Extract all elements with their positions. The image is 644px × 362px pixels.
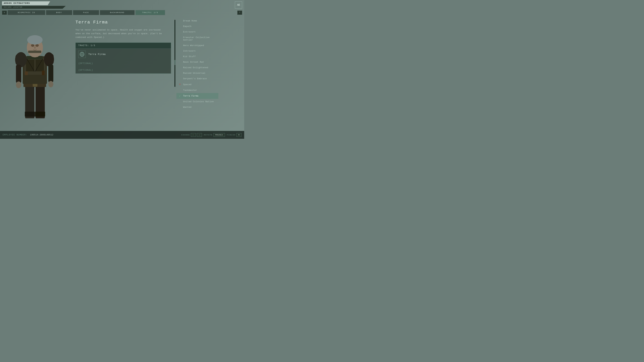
trait-list-item[interactable]: Raised Enlightened [176,65,218,70]
rotate-action: ROTATE MOUSE2 [204,133,225,137]
trait-list-item[interactable]: Extrovert [176,29,218,35]
svg-rect-9 [36,60,44,71]
trait-list-item-label: Extrovert [183,31,196,33]
trait-list-item[interactable]: Serpent's Embrace [176,76,218,81]
trait-list-item-label: Dream Home [183,19,197,22]
traits-list-panel: Dream HomeEmpathExtrovertFreestar Collec… [176,16,220,128]
trait-list-item-label: Hero Worshipped [183,44,204,47]
scroll-thumb [174,60,175,65]
trait-list-item-label: Raised Enlightened [183,66,208,69]
trait-slot-3-placeholder: {OPTIONAL} [78,69,93,71]
trait-list-item-label: Terra Firma [183,95,198,97]
trait-list-item-label: Freestar Collective Settler [183,36,216,41]
selected-trait-description: You've never acclimated to space. Health… [76,28,163,39]
info-panel: Terra Firma You've never acclimated to s… [70,16,174,128]
selected-trait-title: Terra Firma [76,20,171,25]
trait-slot-1-name: Terra Firma [88,53,106,56]
app-title: ARGOS EXTRACTORS [2,1,50,5]
tab-face[interactable]: FACE [73,10,99,15]
ae-logo: AE [235,1,242,9]
change-action: CHANGE ← → [181,133,202,137]
scroll-area [174,16,176,128]
change-key-left[interactable]: ← [191,133,196,137]
nav-right-button[interactable]: T [237,10,242,15]
record-locator: RECORD LOCATOR [2,6,66,9]
trait-slot-2[interactable]: {OPTIONAL} [76,60,171,67]
svg-point-23 [34,46,36,49]
trait-list-item[interactable]: Neon Street Rat [176,59,218,65]
trait-list-item-label: Raised Universal [183,72,206,74]
trait-list-item[interactable]: Taskmaster [176,87,218,93]
rotate-key[interactable]: MOUSE2 [214,133,225,137]
tab-background[interactable]: BACKGROUND [100,10,135,15]
svg-rect-2 [25,112,35,117]
svg-point-18 [48,81,53,87]
trait-list-item[interactable]: Empath [176,24,218,29]
trait-list-item[interactable]: Dream Home [176,18,218,24]
employee-label: EMPLOYEE NUMBER: [3,134,27,136]
trait-list-item[interactable]: Introvert [176,48,218,54]
trait-list-item[interactable]: Wanted [176,104,218,110]
trait-list-item-label: Introvert [183,50,196,52]
svg-rect-3 [35,112,45,117]
svg-rect-25 [28,51,41,53]
tab-traits[interactable]: TRAITS: 1/3 [135,10,165,15]
scroll-track[interactable] [174,20,176,87]
traits-list: Dream HomeEmpathExtrovertFreestar Collec… [176,18,218,128]
trait-list-item-label: Taskmaster [183,89,197,91]
bottom-bar: EMPLOYEE NUMBER: 190514-2009140512 CHANG… [0,131,244,139]
traits-slots-header: TRAITS: 1/3 [76,43,171,49]
character-figure [7,34,64,122]
trait-list-item-label: United Colonies Native [183,100,214,103]
svg-rect-26 [25,71,28,75]
character-area [0,16,70,128]
svg-point-24 [27,35,42,44]
svg-point-14 [16,81,21,88]
nav-tabs: 0 BIOMETRIC ID BODY FACE BACKGROUND TRAI… [0,9,244,16]
trait-slot-1[interactable]: Terra Firma [76,49,171,60]
trait-list-item-label: Spaced [183,83,192,86]
traits-slots-panel: TRAITS: 1/3 Terra Firma {OPTIONAL} [76,42,171,73]
trait-list-item[interactable]: Freestar Collective Settler [176,35,218,43]
trait-list-item[interactable]: Terra Firma [176,93,218,99]
svg-rect-16 [46,53,54,65]
finish-label: FINISH [227,134,236,136]
svg-rect-13 [16,65,21,83]
trait-list-item-label: Kid Stuff [183,55,196,58]
bottom-right-actions: CHANGE ← → ROTATE MOUSE2 FINISH R [181,133,242,137]
trait-slot-2-placeholder: {OPTIONAL} [78,62,93,65]
finish-action: FINISH R [227,133,242,137]
trait-slot-1-icon [78,51,86,58]
svg-rect-17 [48,64,53,82]
tab-body[interactable]: BODY [46,10,72,15]
trait-slot-3[interactable]: {OPTIONAL} [76,67,171,73]
trait-list-item-label: Serpent's Embrace [183,77,207,80]
change-key-right[interactable]: → [197,133,202,137]
svg-rect-27 [42,70,44,75]
trait-list-item-label: Wanted [183,106,192,108]
nav-left-button[interactable]: 0 [2,10,7,15]
svg-rect-12 [16,54,24,65]
trait-list-item[interactable]: Spaced [176,81,218,87]
trait-list-item[interactable]: Kid Stuff [176,54,218,59]
trait-list-item[interactable]: Hero Worshipped [176,43,218,48]
trait-list-item[interactable]: Raised Universal [176,70,218,76]
finish-key[interactable]: R [236,133,242,137]
employee-number: 190514-2009140512 [30,134,53,136]
tab-biometric-id[interactable]: BIOMETRIC ID [8,10,45,15]
trait-list-item[interactable]: United Colonies Native [176,99,218,104]
trait-list-item-label: Empath [183,25,192,28]
character-silhouette [7,34,64,122]
trait-list-item-label: Neon Street Rat [183,61,204,63]
rotate-label: ROTATE [204,134,213,136]
change-label: CHANGE [181,134,190,136]
